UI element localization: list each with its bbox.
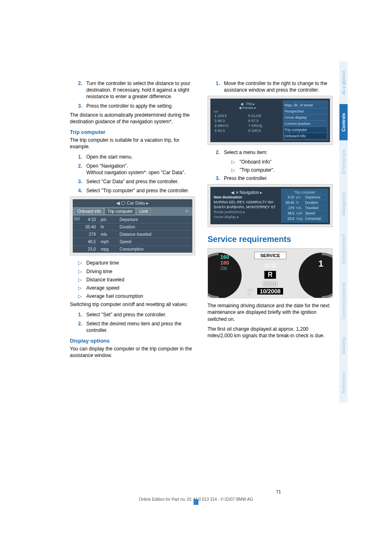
left-column: 2. Turn the controller to select the dis… bbox=[70, 80, 195, 362]
nav-left: ◀ ✕ Navigation ▸ New destination MARINA … bbox=[212, 189, 281, 223]
table-row: 279mlsDistance traveled bbox=[73, 231, 192, 238]
right-number: 1 bbox=[318, 258, 323, 269]
radio-title: ◀ FM ▸ bbox=[214, 102, 281, 106]
bullet-icon: ▷ bbox=[78, 285, 86, 291]
step: 3. Select "Car Data" and press the contr… bbox=[78, 178, 195, 185]
bullet-item: ▷"Onboard info" bbox=[231, 159, 333, 165]
bullet-text: Driving time bbox=[86, 268, 112, 275]
step-number: 4. bbox=[78, 187, 86, 194]
service-label: SERVICE bbox=[254, 252, 286, 259]
tab-mobility[interactable]: Mobility bbox=[339, 328, 348, 363]
table-row: 05:40hrDuration bbox=[73, 223, 192, 231]
radio-side-menu: Map, dir. of travel Perspective Arrow di… bbox=[283, 100, 328, 140]
tab-driving-tips[interactable]: Driving tips bbox=[339, 140, 348, 184]
cardata-title: ◀ 🖵 Car Data ▸ bbox=[73, 199, 192, 207]
side-row: 23,0mpgConsumpt. bbox=[283, 216, 327, 221]
right-step2: 2. Select a menu item: bbox=[208, 149, 333, 156]
paragraph: Switching trip computer on/off and reset… bbox=[70, 301, 195, 308]
right-step3: 3. Press the controller. bbox=[208, 175, 333, 182]
fm-label: FM bbox=[246, 102, 251, 106]
right-column: 1. Move the controller to the right to c… bbox=[208, 80, 333, 362]
bullet-icon: ▷ bbox=[78, 276, 86, 283]
tab-onboard: Onboard info bbox=[74, 208, 104, 215]
preset-row: 3 WNYC7 KROQ bbox=[214, 123, 281, 128]
presets-text: Presets bbox=[242, 106, 254, 110]
cardata-tabs: Onboard info Trip computer Limit ▷ bbox=[73, 207, 192, 216]
tab-at-a-glance[interactable]: At a glance bbox=[339, 62, 348, 104]
nav-header: ◀ ✕ Navigation ▸ bbox=[214, 190, 279, 195]
step-number: 1. bbox=[78, 311, 86, 318]
tab-navigation[interactable]: Navigation bbox=[339, 183, 348, 224]
tab-entertainment[interactable]: Entertainment bbox=[339, 225, 348, 273]
info-bullets: ▷Departure time ▷Driving time ▷Distance … bbox=[70, 260, 195, 299]
side-item: Onboard info bbox=[284, 133, 327, 139]
section-tabs: At a glance Controls Driving tips Naviga… bbox=[339, 62, 349, 403]
route-pref: Route preference ▸ bbox=[214, 210, 279, 214]
nav-title: Navigation bbox=[240, 190, 259, 195]
tab-controls[interactable]: Controls bbox=[339, 104, 348, 140]
label: Departure bbox=[117, 216, 192, 223]
bullet-icon: ▷ bbox=[231, 167, 240, 173]
arrow-disp: Arrow display ▸ bbox=[214, 214, 279, 219]
cardata-table: 4:10pmDeparture 05:40hrDuration 279mlsDi… bbox=[73, 216, 192, 253]
radio-screenshot: ◀ FM ▸ ◀ Presets ▸ set 1 103.55 KLOS 2 9… bbox=[208, 96, 333, 145]
page: 2. Turn the controller to select the dis… bbox=[0, 0, 392, 555]
step: 3. Press the controller to apply the set… bbox=[78, 103, 195, 109]
step-text: Select a menu item: bbox=[224, 149, 333, 156]
table-row: 23,0mpgConsumption bbox=[73, 246, 192, 253]
step-text: Select "Trip computer" and press the con… bbox=[86, 187, 195, 194]
bullet-text: Departure time bbox=[86, 260, 119, 266]
preset-row: 1 103.55 KLOS bbox=[214, 113, 281, 118]
paragraph: The first oil change displayed at approx… bbox=[208, 326, 333, 339]
set-label: set bbox=[214, 110, 281, 113]
table-row: 4:10pmDeparture bbox=[73, 216, 192, 223]
step: 3. Press the controller. bbox=[216, 175, 333, 182]
step: 2. Turn the controller to select the dis… bbox=[78, 80, 195, 100]
step-number: 3. bbox=[78, 178, 86, 185]
nav-screenshot: ◀ ✕ Navigation ▸ New destination MARINA … bbox=[208, 184, 333, 227]
new-dest: New destination bbox=[214, 195, 279, 200]
label: Duration bbox=[117, 223, 192, 231]
service-gauge: 160 180 200 1 SERVICE ⚍⚍ R 5300 10/2008 … bbox=[208, 248, 333, 298]
left-gauge bbox=[208, 248, 251, 298]
step: 1. Open the start menu. bbox=[78, 154, 195, 160]
paragraph: You can display the computer or the trip… bbox=[70, 345, 195, 359]
step-number: 2. bbox=[78, 163, 86, 176]
tab-reference[interactable]: Reference bbox=[339, 363, 348, 403]
center-cluster: SERVICE ⚍⚍ R 5300 10/2008 bbox=[254, 252, 286, 295]
gear-indicator: R bbox=[264, 271, 277, 279]
step-text: Open "Navigation". Without navigation sy… bbox=[86, 163, 195, 176]
dest-item: MARINA DEL REY, ADMIRALTY WA bbox=[214, 200, 279, 205]
bullet-icon: ▷ bbox=[78, 260, 86, 266]
set-label: Set bbox=[74, 216, 80, 221]
preset: 7 KROQ bbox=[247, 123, 281, 128]
tab-communications[interactable]: Communications bbox=[339, 273, 348, 328]
bullet-text: Average fuel consumption bbox=[86, 293, 143, 299]
chevron-right-icon: ▷ bbox=[184, 208, 191, 215]
unit: hr bbox=[98, 223, 117, 231]
preset: 4 94.3 bbox=[214, 128, 247, 133]
side-item-selected: Trip computer bbox=[284, 127, 327, 133]
step-text: Turn the controller to select the distan… bbox=[86, 80, 195, 100]
side-row: 48,5mphSpeed bbox=[283, 210, 327, 216]
step: 2. Open "Navigation". Without navigation… bbox=[78, 163, 195, 176]
bullet-item: ▷Driving time bbox=[78, 268, 195, 275]
side-row: 279mlsTraveled bbox=[283, 205, 327, 210]
bullet-item: ▷Distance traveled bbox=[78, 276, 195, 283]
side-item: Arrow display bbox=[284, 114, 327, 120]
clock-icon: ⊙ bbox=[247, 292, 251, 296]
val: 23,0 bbox=[73, 246, 98, 253]
cardata-title-text: Car Data bbox=[127, 200, 145, 205]
bullet-text: Average speed bbox=[86, 285, 120, 291]
bullet-item: ▷Departure time bbox=[78, 260, 195, 266]
step-text: Select "Set" and press the controller. bbox=[86, 311, 195, 318]
tick: 180 bbox=[220, 260, 229, 266]
step: 1. Select "Set" and press the controller… bbox=[78, 311, 195, 318]
step: 1. Move the controller to the right to c… bbox=[216, 80, 333, 93]
miles-value: 5300 bbox=[254, 281, 286, 288]
radio-panel: ◀ FM ▸ ◀ Presets ▸ set 1 103.55 KLOS 2 9… bbox=[210, 99, 330, 142]
step-text: Press the controller. bbox=[224, 175, 333, 182]
preset: 3 WNYC bbox=[214, 123, 247, 128]
date-value: 10/2008 bbox=[257, 288, 283, 295]
preset: 5 KLOS bbox=[247, 113, 281, 118]
